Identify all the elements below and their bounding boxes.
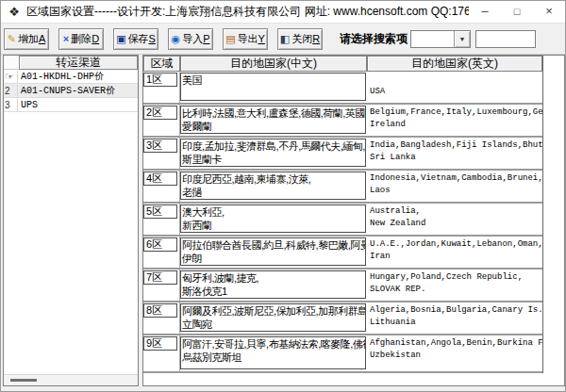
channel-label: A01-CNUPS-SAVER价 (18, 84, 138, 97)
delete-x-icon: × (63, 34, 69, 44)
country-en-cell[interactable]: USA (367, 72, 542, 103)
search-field-select[interactable]: ▼ (410, 30, 471, 48)
export-button[interactable]: ▤ 导出Y (223, 28, 268, 50)
country-en-cell[interactable]: Australia, New Zealand (367, 204, 542, 235)
country-cn-cell[interactable]: 美国 (180, 73, 366, 101)
save-button-label: 保存 (128, 32, 149, 46)
search-field-select-value (411, 31, 454, 47)
country-en-cell[interactable]: U.A.E.,Jordan,Kuwait,Lebanon,Oman,Qatar,… (367, 237, 542, 268)
region-cell[interactable]: 3区 (143, 139, 177, 153)
save-floppy-icon: ▣ (116, 34, 125, 44)
import-accel: P (203, 33, 209, 44)
channel-row-cnups[interactable]: 2 A01-CNUPS-SAVER价 (4, 84, 138, 98)
region-cell[interactable]: 8区 (143, 303, 177, 318)
close-button[interactable]: ◧ 关闭R (277, 28, 323, 50)
country-cn-cell[interactable]: 比利時,法國,意大利,盧森堡,德國,荷蘭,英國, 愛爾蘭 (180, 106, 366, 134)
export-accel: Y (258, 33, 265, 44)
close-accel: R (312, 33, 320, 44)
search-field-label: 请选择搜索项 (340, 31, 408, 47)
channel-row-number: 2 (4, 85, 18, 97)
hscrollbar-thumb[interactable] (10, 379, 37, 382)
country-cn-cell[interactable]: 澳大利亞, 新西蘭 (180, 204, 366, 233)
current-row-pointer-icon: ☞ (5, 71, 14, 82)
country-cn-cell[interactable]: 阿拉伯聯合酋長國,約旦,科威特,黎巴嫩,阿曼,卡 伊朗 (180, 237, 366, 266)
toolbar: ✎ 增加A × 删除D ▣ 保存S ◉ 导入P ▤ 导出Y ◧ 关闭R 请选择搜… (1, 24, 565, 55)
app-icon: ❖ (7, 5, 22, 20)
channel-row-ups[interactable]: 3 UPS (4, 98, 138, 112)
region-cell[interactable]: 1区 (143, 73, 177, 87)
region-cell[interactable]: 7区 (143, 270, 177, 285)
column-header-country-cn: 目的地国家(中文) (180, 56, 367, 72)
channel-list-header: 转运渠道 (19, 56, 138, 70)
minimize-button[interactable]: – (469, 1, 501, 23)
zone-row-9: 9区 阿富汗,安哥拉,貝寧,布基納法索,喀麥隆,佛得角 烏茲別克斯坦 Afgha… (143, 335, 542, 373)
chevron-down-icon[interactable]: ▼ (454, 31, 470, 47)
country-en-cell[interactable]: Algeria,Bosnia,Bulgaria,Canary Is.,Croat… (367, 302, 542, 334)
region-cell[interactable]: 9区 (143, 336, 177, 351)
close-button-label: 关闭 (291, 32, 312, 46)
region-cell[interactable]: 6区 (143, 237, 177, 252)
import-button[interactable]: ◉ 导入P (168, 28, 213, 50)
search-input[interactable] (475, 30, 536, 48)
zone-row-1: 1区 美国 USA (143, 72, 542, 105)
country-en-cell[interactable]: Afghanistan,Angola,Benin,Burkina Faso, U… (367, 335, 542, 371)
country-cn-cell[interactable]: 匈牙利,波蘭,捷克, 斯洛伐克1 (180, 270, 366, 299)
region-cell[interactable]: 2区 (143, 106, 177, 120)
delete-button[interactable]: × 删除D (58, 28, 104, 50)
exit-door-icon: ◧ (280, 34, 290, 44)
channel-row-number: 3 (4, 99, 18, 111)
horizontal-scrollbar[interactable] (4, 374, 138, 385)
window-title: 区域国家设置------设计开发:上海宸翔信息科技有限公司 网址: www.hc… (26, 4, 469, 20)
zone-row-8: 8区 阿爾及利亞,波斯尼亞,保加利亞,加那利群島,克 立陶宛 Algeria,B… (143, 302, 542, 335)
column-header-country-en: 目的地国家(英文) (367, 56, 542, 72)
close-window-button[interactable]: × (533, 1, 565, 23)
maximize-button[interactable]: □ (501, 1, 533, 23)
country-en-cell[interactable]: Belgium,France,Italy,Luxembourg,Germany,… (367, 105, 542, 136)
channel-label: UPS (18, 100, 138, 110)
channel-list-corner (4, 56, 19, 70)
zone-row-3: 3区 印度,孟加拉,斐濟群島,不丹,馬爾代夫,緬甸,尼 斯里蘭卡 India,B… (143, 138, 542, 171)
zone-row-5: 5区 澳大利亞, 新西蘭 Australia, New Zealand (143, 204, 542, 237)
zone-grid-panel: 区域 目的地国家(中文) 目的地国家(英文) 1区 美国 USA 2区 比利時,… (142, 55, 565, 386)
country-cn-cell[interactable]: 阿爾及利亞,波斯尼亞,保加利亞,加那利群島,克 立陶宛 (180, 303, 366, 332)
region-cell[interactable]: 5区 (143, 204, 177, 219)
channel-list-panel: 转运渠道 ☞ A01-HKDHL-DHP价 2 A01-CNUPS-SAVER价… (3, 55, 139, 386)
add-accel: A (39, 33, 45, 44)
export-icon: ▤ (225, 34, 235, 44)
country-en-cell[interactable]: Hungary,Poland,Czech Republic, SLOVAK RE… (367, 270, 542, 301)
zone-row-6: 6区 阿拉伯聯合酋長國,約旦,科威特,黎巴嫩,阿曼,卡 伊朗 U.A.E.,Jo… (143, 237, 542, 270)
country-cn-cell[interactable]: 印度尼西亞,越南,柬埔寨,汶萊, 老撾 (180, 172, 366, 200)
zone-grid: 区域 目的地国家(中文) 目的地国家(英文) 1区 美国 USA 2区 比利時,… (143, 56, 543, 373)
save-button[interactable]: ▣ 保存S (113, 28, 158, 50)
country-cn-cell[interactable]: 印度,孟加拉,斐濟群島,不丹,馬爾代夫,緬甸,尼 斯里蘭卡 (180, 139, 366, 167)
title-bar: ❖ 区域国家设置------设计开发:上海宸翔信息科技有限公司 网址: www.… (1, 1, 565, 24)
column-header-region: 区域 (143, 56, 180, 72)
region-cell[interactable]: 4区 (143, 172, 177, 186)
delete-accel: D (92, 33, 99, 44)
country-en-cell[interactable]: Indonesia,Vietnam,Cambodia,Brunei, Laos (367, 171, 542, 202)
import-icon: ◉ (172, 34, 181, 44)
channel-label: A01-HKDHL-DHP价 (18, 70, 138, 83)
region-country-settings-window: ❖ 区域国家设置------设计开发:上海宸翔信息科技有限公司 网址: www.… (0, 0, 566, 392)
add-button-label: 增加 (18, 32, 39, 46)
zone-row-7: 7区 匈牙利,波蘭,捷克, 斯洛伐克1 Hungary,Poland,Czech… (143, 270, 542, 302)
country-cn-cell[interactable]: 阿富汗,安哥拉,貝寧,布基納法索,喀麥隆,佛得角 烏茲別克斯坦 (180, 336, 366, 369)
import-button-label: 导入 (182, 32, 203, 46)
export-button-label: 导出 (238, 32, 258, 46)
channel-row-hkdhl[interactable]: ☞ A01-HKDHL-DHP价 (4, 70, 138, 84)
zone-row-4: 4区 印度尼西亞,越南,柬埔寨,汶萊, 老撾 Indonesia,Vietnam… (143, 171, 542, 204)
add-button[interactable]: ✎ 增加A (4, 28, 49, 50)
zone-row-2: 2区 比利時,法國,意大利,盧森堡,德國,荷蘭,英國, 愛爾蘭 Belgium,… (143, 105, 542, 138)
save-accel: S (149, 33, 156, 44)
delete-button-label: 删除 (71, 32, 92, 46)
add-pencil-icon: ✎ (8, 34, 16, 44)
country-en-cell[interactable]: India,Bangladesh,Fiji Islands,Bhutan,Mal… (367, 138, 542, 169)
